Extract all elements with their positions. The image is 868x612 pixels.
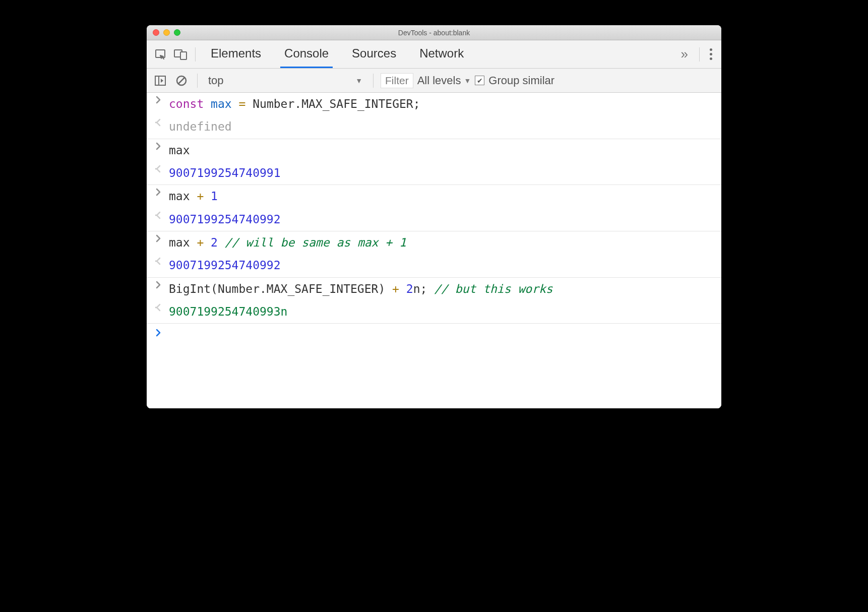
console-output-row: 9007199254740992 xyxy=(147,254,721,277)
console-output-value: 9007199254740992 xyxy=(169,257,281,274)
console-entry: max + 2 // will be same as max + 1900719… xyxy=(147,231,721,278)
settings-menu-icon[interactable] xyxy=(706,48,716,60)
console-input-code: max xyxy=(169,142,190,159)
console-input-row: const max = Number.MAX_SAFE_INTEGER; xyxy=(147,93,721,115)
console-entry: const max = Number.MAX_SAFE_INTEGER;unde… xyxy=(147,93,721,139)
levels-label: All levels xyxy=(417,74,461,87)
tab-elements[interactable]: Elements xyxy=(202,41,270,68)
console-entry: BigInt(Number.MAX_SAFE_INTEGER) + 2n; //… xyxy=(147,278,721,324)
window-title: DevTools - about:blank xyxy=(147,29,721,37)
console-input-code: max + 1 xyxy=(169,188,218,205)
console-input-code: max + 2 // will be same as max + 1 xyxy=(169,234,406,251)
devtools-tabbar: Elements Console Sources Network » xyxy=(147,40,721,69)
tab-sources[interactable]: Sources xyxy=(343,41,405,68)
console-input-row: max + 2 // will be same as max + 1 xyxy=(147,231,721,254)
input-marker-icon xyxy=(154,234,163,242)
tab-console[interactable]: Console xyxy=(275,41,338,68)
separator xyxy=(373,74,374,88)
devtools-window: DevTools - about:blank Elements Console … xyxy=(147,25,721,408)
output-marker-icon xyxy=(154,211,163,219)
console-input-row: max xyxy=(147,139,721,162)
context-label: top xyxy=(208,74,224,87)
separator xyxy=(699,47,700,62)
console-output-row: 9007199254740993n xyxy=(147,300,721,323)
console-input-code: BigInt(Number.MAX_SAFE_INTEGER) + 2n; //… xyxy=(169,281,553,297)
device-toolbar-icon[interactable] xyxy=(172,46,189,63)
filter-input[interactable]: Filter xyxy=(381,73,413,88)
console-output-row: 9007199254740991 xyxy=(147,162,721,185)
separator xyxy=(195,47,196,62)
output-marker-icon xyxy=(154,303,163,312)
console-toolbar: top ▼ Filter All levels ▼ ✔ Group simila… xyxy=(147,69,721,93)
console-output-value: 9007199254740992 xyxy=(169,211,281,228)
titlebar: DevTools - about:blank xyxy=(147,25,721,40)
more-tabs-icon[interactable]: » xyxy=(673,46,693,62)
execution-context-selector[interactable]: top ▼ xyxy=(205,73,366,89)
toggle-sidebar-icon[interactable] xyxy=(152,72,169,89)
svg-rect-2 xyxy=(180,52,187,59)
output-marker-icon xyxy=(154,118,163,127)
console-input-code: const max = Number.MAX_SAFE_INTEGER; xyxy=(169,96,420,112)
dropdown-icon: ▼ xyxy=(355,77,362,85)
console-prompt[interactable] xyxy=(147,324,721,342)
console-output[interactable]: const max = Number.MAX_SAFE_INTEGER;unde… xyxy=(147,93,721,408)
console-output-row: undefined xyxy=(147,115,721,138)
output-marker-icon xyxy=(154,165,163,173)
console-output-row: 9007199254740992 xyxy=(147,208,721,231)
console-output-value: undefined xyxy=(169,118,232,135)
input-marker-icon xyxy=(154,281,163,289)
inspect-element-icon[interactable] xyxy=(152,46,169,63)
log-level-selector[interactable]: All levels ▼ xyxy=(417,74,471,87)
console-entry: max9007199254740991 xyxy=(147,139,721,186)
console-entry: max + 19007199254740992 xyxy=(147,185,721,231)
clear-console-icon[interactable] xyxy=(173,72,190,89)
console-output-value: 9007199254740993n xyxy=(169,303,287,320)
input-marker-icon xyxy=(154,188,163,196)
console-input-row: BigInt(Number.MAX_SAFE_INTEGER) + 2n; //… xyxy=(147,278,721,300)
dropdown-icon: ▼ xyxy=(464,77,471,85)
separator xyxy=(197,74,198,88)
console-input-row: max + 1 xyxy=(147,185,721,208)
output-marker-icon xyxy=(154,257,163,265)
input-marker-icon xyxy=(154,142,163,150)
input-marker-icon xyxy=(154,96,163,104)
group-similar-checkbox[interactable]: ✔ xyxy=(475,76,484,85)
tab-network[interactable]: Network xyxy=(410,41,473,68)
console-output-value: 9007199254740991 xyxy=(169,165,281,181)
group-similar-label: Group similar xyxy=(488,74,554,87)
prompt-marker-icon xyxy=(154,329,163,337)
svg-rect-3 xyxy=(155,76,165,85)
